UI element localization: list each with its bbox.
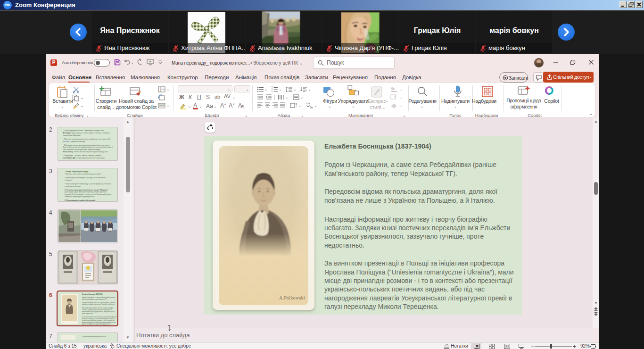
svg-text:A.Polkowski: A.Polkowski	[279, 295, 305, 300]
